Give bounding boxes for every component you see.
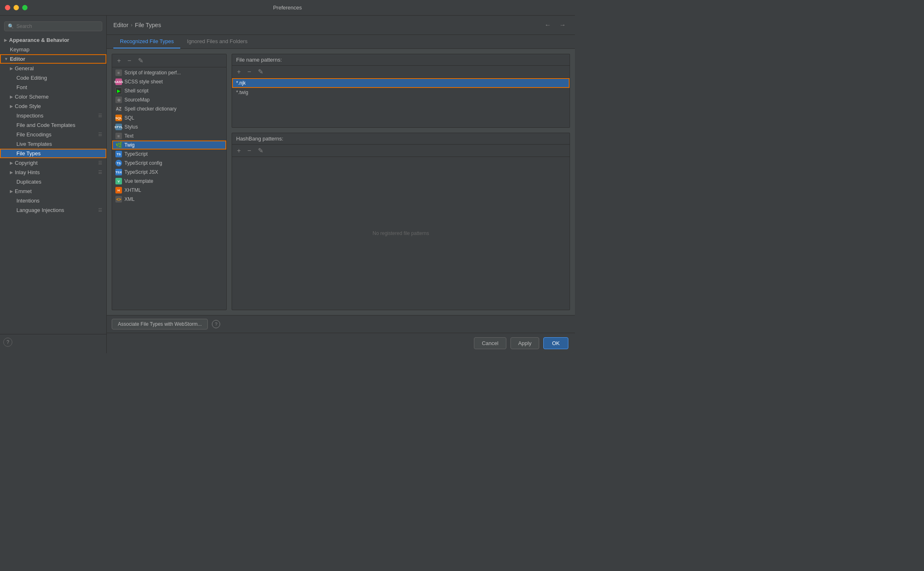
window-title: Preferences [273, 5, 302, 11]
sidebar-item-appearance[interactable]: ▶ Appearance & Behavior [0, 35, 106, 45]
maximize-button[interactable] [22, 5, 28, 10]
associate-file-types-button[interactable]: Associate File Types with WebStorm... [112, 319, 208, 329]
add-file-type-button[interactable]: + [115, 57, 122, 65]
hashbang-patterns-title: HashBang patterns: [236, 136, 283, 142]
sidebar-item-keymap[interactable]: Keymap [0, 45, 106, 54]
file-icon: ≡ [115, 133, 122, 139]
list-item[interactable]: ▶ Shell script [112, 86, 226, 95]
title-bar: Preferences [0, 0, 575, 16]
badge-icon: ☰ [98, 207, 102, 213]
ok-button[interactable]: OK [543, 337, 568, 349]
minimize-button[interactable] [14, 5, 19, 10]
back-button[interactable]: ← [542, 21, 554, 30]
associate-btn-label: Associate File Types with WebStorm... [118, 321, 202, 327]
window-controls[interactable] [5, 5, 28, 10]
pattern-label: *.njk [236, 80, 246, 86]
sidebar-item-editor[interactable]: ▼ Editor [0, 54, 106, 64]
list-item[interactable]: SQL SQL [112, 113, 226, 122]
list-item[interactable]: TSX TypeScript JSX [112, 168, 226, 177]
search-box[interactable]: 🔍 [4, 21, 102, 31]
list-item-label: Spell checker dictionary [124, 106, 177, 112]
arrow-icon: ▶ [10, 161, 13, 165]
edit-file-type-button[interactable]: ✎ [136, 56, 145, 65]
list-toolbar: + − ✎ [112, 54, 226, 67]
associate-help-icon[interactable]: ? [212, 320, 220, 328]
sidebar-item-emmet[interactable]: ▶ Emmet [0, 186, 106, 196]
search-input[interactable] [16, 23, 99, 29]
sidebar-item-label: Appearance & Behavior [9, 37, 69, 43]
file-icon: STYL [115, 124, 122, 130]
add-hashbang-button[interactable]: + [235, 147, 242, 155]
file-type-list: ≡ Script of integration perf... SASS SCS… [112, 67, 226, 310]
sidebar-item-label: Font [16, 84, 27, 90]
sidebar-item-file-encodings[interactable]: File Encodings ☰ [0, 130, 106, 139]
list-item-label: Stylus [124, 124, 138, 130]
sidebar-item-color-scheme[interactable]: ▶ Color Scheme [0, 92, 106, 101]
add-pattern-button[interactable]: + [235, 68, 242, 76]
list-item-label: Twig [124, 142, 135, 148]
tab-recognized-file-types[interactable]: Recognized File Types [113, 35, 180, 48]
list-item[interactable]: <> XML [112, 195, 226, 204]
list-item[interactable]: TS TypeScript [112, 150, 226, 159]
sidebar-item-code-editing[interactable]: Code Editing [0, 73, 106, 83]
file-icon: <> [115, 196, 122, 203]
sidebar-item-font[interactable]: Font [0, 83, 106, 92]
sidebar-item-label: File Encodings [16, 131, 51, 138]
arrow-icon: ▶ [10, 94, 13, 99]
file-icon: TS [115, 151, 122, 157]
file-name-patterns-panel: File name patterns: + − ✎ *.njk [232, 54, 570, 128]
file-icon: 🌿 [115, 142, 122, 148]
sidebar-item-general[interactable]: ▶ General [0, 64, 106, 73]
sidebar-item-intentions[interactable]: Intentions [0, 196, 106, 205]
hashbang-patterns-panel: HashBang patterns: + − ✎ No registered f… [232, 133, 570, 310]
no-patterns-label: No registered file patterns [372, 230, 429, 236]
arrow-icon: ▶ [10, 66, 13, 71]
forward-button[interactable]: → [557, 21, 568, 30]
file-icon: ◎ [115, 97, 122, 103]
file-icon: ≡ [115, 69, 122, 76]
help-button[interactable]: ? [3, 338, 12, 347]
sidebar-item-live-templates[interactable]: Live Templates [0, 139, 106, 149]
list-item[interactable]: ≡ Script of integration perf... [112, 68, 226, 77]
list-item[interactable]: TS TypeScript config [112, 159, 226, 168]
list-item[interactable]: ◎ SourceMap [112, 95, 226, 104]
sidebar-item-copyright[interactable]: ▶ Copyright ☰ [0, 158, 106, 168]
tab-ignored-files-folders[interactable]: Ignored Files and Folders [180, 35, 254, 48]
arrow-icon: ▶ [4, 38, 7, 42]
cancel-button[interactable]: Cancel [474, 337, 506, 349]
remove-file-type-button[interactable]: − [126, 57, 133, 65]
list-item[interactable]: AZ Spell checker dictionary [112, 104, 226, 113]
edit-hashbang-button[interactable]: ✎ [256, 146, 265, 155]
badge-icon: ☰ [98, 132, 102, 137]
list-item[interactable]: H XHTML [112, 186, 226, 195]
sidebar-item-duplicates[interactable]: Duplicates [0, 177, 106, 186]
arrow-icon: ▶ [10, 170, 13, 175]
sidebar-item-file-types[interactable]: File Types [0, 149, 106, 158]
file-icon: H [115, 187, 122, 193]
list-item[interactable]: ≡ Text [112, 131, 226, 140]
pattern-item-twig[interactable]: *.twig [232, 88, 570, 97]
list-item[interactable]: SASS SCSS style sheet [112, 77, 226, 86]
apply-button[interactable]: Apply [510, 337, 540, 349]
hashbang-empty-label: No registered file patterns [232, 157, 570, 310]
list-item[interactable]: V Vue template [112, 177, 226, 186]
sidebar-item-code-style[interactable]: ▶ Code Style [0, 101, 106, 111]
pattern-item-njk[interactable]: *.njk [232, 78, 570, 88]
sidebar-item-file-code-templates[interactable]: File and Code Templates [0, 120, 106, 130]
edit-pattern-button[interactable]: ✎ [256, 67, 265, 76]
list-item-twig[interactable]: 🌿 Twig [112, 140, 226, 150]
list-item[interactable]: STYL Stylus [112, 122, 226, 131]
close-button[interactable] [5, 5, 10, 10]
sidebar-item-language-injections[interactable]: Language Injections ☰ [0, 205, 106, 215]
list-item-label: TypeScript config [124, 160, 162, 166]
remove-pattern-button[interactable]: − [246, 68, 253, 76]
sidebar-item-inlay-hints[interactable]: ▶ Inlay Hints ☰ [0, 168, 106, 177]
remove-hashbang-button[interactable]: − [246, 147, 253, 155]
list-item-label: Vue template [124, 178, 153, 184]
sidebar-item-label: Live Templates [16, 141, 52, 147]
file-type-list-panel: + − ✎ ≡ Script of integration perf... SA… [112, 54, 227, 310]
sidebar-item-label: Keymap [10, 46, 30, 53]
sidebar-item-inspections[interactable]: Inspections ☰ [0, 111, 106, 120]
search-icon: 🔍 [8, 23, 14, 29]
action-buttons-bar: Cancel Apply OK [107, 333, 575, 353]
